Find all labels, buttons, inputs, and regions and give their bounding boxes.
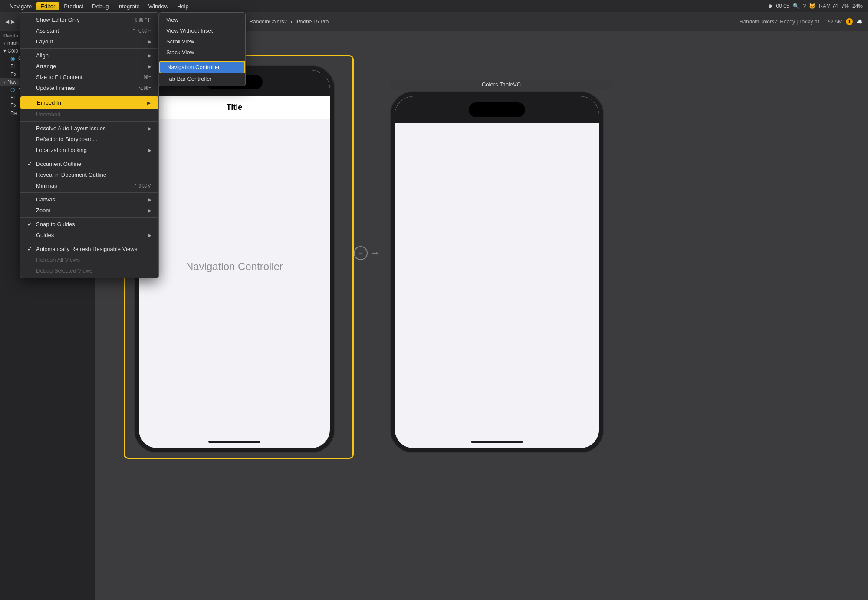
colors-phone-container xyxy=(391,92,612,457)
debug-views-label: Debug Selected Views xyxy=(36,267,93,274)
menu-refactor-storyboard[interactable]: Refactor to Storyboard... xyxy=(20,134,158,145)
warning-badge[interactable]: 1 xyxy=(846,18,853,25)
menu-refresh-all[interactable]: Refresh All Views xyxy=(20,254,158,265)
record-icon: ⏺ xyxy=(768,3,773,9)
embed-tab-bar-controller[interactable]: Tab Bar Controller xyxy=(159,73,245,84)
menu-update-frames[interactable]: Update Frames ⌥⌘= xyxy=(20,82,158,93)
embed-view[interactable]: View xyxy=(159,14,245,25)
guides-label: Guides xyxy=(36,232,54,238)
forward-icon[interactable]: ▶ xyxy=(11,19,15,25)
colors-phone-body xyxy=(391,92,603,452)
menu-layout[interactable]: Layout ▶ xyxy=(20,36,158,47)
resolve-autolayout-label: Resolve Auto Layout Issues xyxy=(36,125,105,132)
show-editor-only-shortcut: ⇧⌘⌃P xyxy=(134,17,151,23)
embed-view-label: View xyxy=(166,16,178,23)
menu-embed-in[interactable]: Embed In ▶ xyxy=(20,96,158,109)
breadcrumb-sep: › xyxy=(290,19,292,25)
menu-size-to-fit[interactable]: Size to Fit Content ⌘= xyxy=(20,72,158,82)
menubar: Navigate Editor Product Debug Integrate … xyxy=(0,0,868,12)
battery-display: 24% xyxy=(852,3,863,9)
embed-in-arrow: ▶ xyxy=(147,100,151,106)
phone-nav-title-bar: Title xyxy=(139,96,330,119)
menu-navigate[interactable]: Navigate xyxy=(5,2,36,10)
menu-debug-views[interactable]: Debug Selected Views xyxy=(20,265,158,276)
align-arrow: ▶ xyxy=(148,53,151,59)
phone-nav-title: Title xyxy=(227,103,243,112)
embed-view-without-inset[interactable]: View Without Inset xyxy=(159,25,245,36)
project-file[interactable]: RandomColors2 xyxy=(249,19,287,25)
triangle-icon: ▾ xyxy=(3,41,6,46)
update-frames-shortcut: ⌥⌘= xyxy=(137,85,151,91)
embed-in-submenu: View View Without Inset Scroll View Stac… xyxy=(159,12,246,86)
menu-window[interactable]: Window xyxy=(144,2,173,10)
menu-product[interactable]: Product xyxy=(59,2,88,10)
toolbar-center: 📄 RandomColors2 › iPhone 15 Pro xyxy=(239,19,329,25)
separator-4 xyxy=(20,157,158,157)
menu-editor[interactable]: Editor xyxy=(36,2,59,10)
menu-assistant[interactable]: Assistant ⌃⌥⌘↩ xyxy=(20,25,158,36)
back-forward-buttons[interactable]: ◀ ▶ xyxy=(5,19,15,25)
menu-arrange[interactable]: Arrange ▶ xyxy=(20,61,158,72)
arrange-arrow: ▶ xyxy=(148,63,151,69)
menu-canvas[interactable]: Canvas ▶ xyxy=(20,194,158,205)
embed-scroll-view[interactable]: Scroll View xyxy=(159,36,245,47)
layout-arrow: ▶ xyxy=(148,39,151,45)
minimap-shortcut: ⌃⇧⌘M xyxy=(133,183,151,189)
align-label: Align xyxy=(36,52,49,59)
cloud-icon: ☁️ xyxy=(856,19,863,25)
menu-debug[interactable]: Debug xyxy=(88,2,113,10)
cpu-display: 7% xyxy=(842,3,849,9)
menu-guides[interactable]: Guides ▶ xyxy=(20,230,158,241)
colors-phone-content xyxy=(395,123,599,436)
search-icon[interactable]: 🔍 xyxy=(793,3,799,9)
embed-nav-controller-label: Navigation Controller xyxy=(167,64,220,70)
ram-display: RAM 74 xyxy=(819,3,838,9)
embed-navigation-controller[interactable]: Navigation Controller xyxy=(159,61,245,73)
assistant-label: Assistant xyxy=(36,27,59,34)
menu-help[interactable]: Help xyxy=(173,2,193,10)
refresh-all-label: Refresh All Views xyxy=(36,257,80,263)
time-display: 00:05 xyxy=(776,3,789,9)
localization-arrow: ▶ xyxy=(148,147,151,153)
separator-3 xyxy=(20,121,158,122)
menu-document-outline[interactable]: ✓ Document Outline xyxy=(20,158,158,169)
embed-stack-view[interactable]: Stack View xyxy=(159,47,245,58)
menu-minimap[interactable]: Minimap ⌃⇧⌘M xyxy=(20,180,158,191)
colors-tablevc-header: Colors TableVC xyxy=(391,79,612,90)
back-icon[interactable]: ◀ xyxy=(5,19,9,25)
canvas-area: Navigation Controller Scene › ⬡ Navigati… xyxy=(95,31,868,600)
menu-reveal-document-outline[interactable]: Reveal in Document Outline xyxy=(20,169,158,180)
menu-localization-locking[interactable]: Localization Locking ▶ xyxy=(20,145,158,155)
nav-controller-phone-container: Title Navigation Controller xyxy=(135,66,343,457)
arrange-label: Arrange xyxy=(36,63,56,69)
canvas-arrow: ▶ xyxy=(148,197,151,203)
separator-7 xyxy=(20,242,158,242)
home-indicator-colors xyxy=(471,441,523,443)
zoom-label: Zoom xyxy=(36,207,50,214)
menu-align[interactable]: Align ▶ xyxy=(20,50,158,61)
sidebar-ex-label: Ex xyxy=(10,71,16,77)
canvas-label: Canvas xyxy=(36,196,55,203)
menu-integrate[interactable]: Integrate xyxy=(113,2,144,10)
avatar-icon: 🐱 xyxy=(809,3,815,9)
colors-dynamic-island xyxy=(469,102,525,117)
menu-snap-to-guides[interactable]: ✓ Snap to Guides xyxy=(20,219,158,230)
menu-zoom[interactable]: Zoom ▶ xyxy=(20,205,158,216)
menu-resolve-autolayout[interactable]: Resolve Auto Layout Issues ▶ xyxy=(20,123,158,134)
menu-auto-refresh[interactable]: ✓ Automatically Refresh Designable Views xyxy=(20,244,158,254)
connector: → → xyxy=(354,246,380,260)
navi-triangle-icon: ▾ xyxy=(3,80,6,85)
document-outline-label: Document Outline xyxy=(36,161,81,167)
home-indicator-nav xyxy=(208,441,260,443)
localization-label: Localization Locking xyxy=(36,147,87,153)
embed-stack-view-label: Stack View xyxy=(166,49,194,56)
embed-separator xyxy=(159,59,245,59)
separator-1 xyxy=(20,48,158,49)
connector-circle: → xyxy=(354,246,368,260)
editor-dropdown-menu: Show Editor Only ⇧⌘⌃P Assistant ⌃⌥⌘↩ Lay… xyxy=(20,12,159,278)
minimap-label: Minimap xyxy=(36,182,57,189)
menu-unembed[interactable]: Unembed xyxy=(20,109,158,120)
device-name[interactable]: iPhone 15 Pro xyxy=(296,19,329,25)
menu-show-editor-only[interactable]: Show Editor Only ⇧⌘⌃P xyxy=(20,14,158,25)
help-icon[interactable]: ? xyxy=(803,3,806,9)
